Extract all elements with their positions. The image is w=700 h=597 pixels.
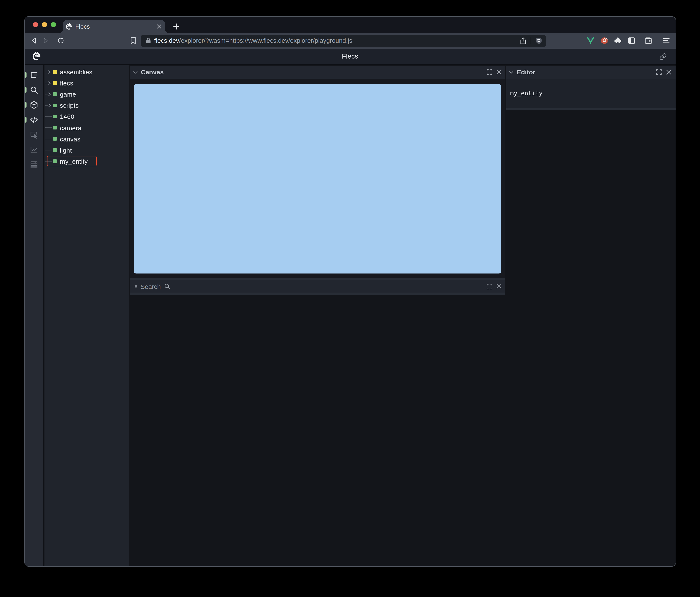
url-bar[interactable]: flecs.dev/explorer/?wasm=https://www.fle… [141, 34, 546, 47]
tree-item-my_entity[interactable]: my_entity [44, 156, 129, 167]
active-pill [25, 87, 26, 93]
expand-arrow-icon[interactable] [45, 81, 52, 85]
tree-item-label: scripts [60, 102, 79, 109]
entity-square-icon [53, 81, 57, 85]
tree-item-assemblies[interactable]: assemblies [44, 67, 129, 78]
entity-square-icon [53, 93, 57, 96]
fullscreen-icon[interactable] [486, 69, 492, 75]
browser-toolbar: flecs.dev/explorer/?wasm=https://www.fle… [25, 33, 675, 49]
tab-strip: Flecs [25, 17, 675, 33]
traffic-light-close[interactable] [33, 22, 38, 27]
canvas-panel-body [130, 78, 505, 278]
search-panel-title: Search [141, 283, 161, 290]
url-separator [530, 37, 531, 44]
url-domain: flecs.dev [154, 37, 179, 44]
browser-tab[interactable]: Flecs [63, 20, 165, 33]
bookmark-icon[interactable] [130, 37, 136, 45]
tree-item-flecs[interactable]: flecs [44, 78, 129, 89]
hexagon-extension-icon[interactable] [601, 37, 608, 45]
share-icon[interactable] [520, 37, 526, 45]
editor-panel-body[interactable]: my_entity [506, 78, 675, 108]
tree-item-label: assemblies [60, 68, 92, 76]
lock-icon [146, 38, 151, 44]
entity-square-icon [53, 104, 57, 107]
active-pill [25, 102, 26, 108]
link-icon[interactable] [659, 53, 667, 60]
panel-splitter[interactable] [506, 108, 675, 110]
tree-item-label: 1460 [60, 113, 74, 120]
code-icon[interactable] [29, 115, 39, 124]
traffic-light-minimize[interactable] [42, 22, 47, 27]
workspace: assembliesflecsgamescripts1460cameracanv… [25, 65, 675, 567]
chevron-down-icon[interactable] [509, 71, 514, 74]
fullscreen-icon[interactable] [486, 284, 492, 289]
new-tab-plus-icon[interactable] [172, 24, 181, 29]
cube-icon[interactable] [29, 100, 39, 109]
chart-icon[interactable] [29, 145, 39, 154]
forward-icon[interactable] [42, 37, 49, 44]
close-icon[interactable] [497, 70, 502, 75]
expand-arrow-icon[interactable] [45, 92, 52, 96]
search-icon[interactable] [29, 85, 39, 94]
tree-item-label: light [60, 147, 72, 154]
entity-tree: assembliesflecsgamescripts1460cameracanv… [44, 65, 129, 567]
editor-content[interactable]: my_entity [510, 90, 543, 96]
tree-item-label: my_entity [60, 158, 88, 165]
data-rows-icon[interactable] [29, 160, 39, 169]
leaf-line-icon [45, 161, 52, 162]
tab-title: Flecs [75, 23, 90, 30]
wallet-icon[interactable] [645, 37, 652, 44]
tab-close-icon[interactable] [157, 24, 161, 29]
leaf-line-icon [45, 150, 52, 150]
chevron-down-icon[interactable] [133, 71, 138, 74]
leaf-line-icon [45, 116, 52, 117]
sidebar-icon-strip [25, 65, 44, 567]
search-panel-header[interactable]: Search [130, 280, 505, 293]
tree-view-icon[interactable] [29, 70, 39, 79]
inspect-icon[interactable] [29, 130, 39, 139]
url-path: /explorer/?wasm=https://www.flecs.dev/ex… [179, 37, 352, 44]
expand-arrow-icon[interactable] [45, 104, 52, 107]
traffic-light-zoom[interactable] [51, 22, 56, 27]
tree-item-scripts[interactable]: scripts [44, 100, 129, 111]
vue-devtools-icon[interactable] [586, 37, 594, 44]
panel-splitter[interactable] [130, 293, 505, 295]
entity-square-icon [53, 126, 57, 130]
close-icon[interactable] [666, 70, 671, 75]
back-icon[interactable] [30, 37, 37, 44]
entity-square-icon [53, 159, 57, 163]
app-title: Flecs [25, 49, 675, 64]
canvas-panel-title: Canvas [141, 69, 164, 76]
canvas-panel-header[interactable]: Canvas [130, 66, 505, 78]
reload-icon[interactable] [57, 37, 64, 44]
tree-item-camera[interactable]: camera [44, 122, 129, 133]
tree-item-canvas[interactable]: canvas [44, 133, 129, 145]
magnifier-icon [164, 284, 170, 289]
close-icon[interactable] [497, 284, 502, 289]
tree-item-label: camera [60, 124, 81, 131]
leaf-line-icon [45, 128, 52, 128]
leaf-line-icon [45, 139, 52, 139]
menu-icon[interactable] [663, 38, 670, 44]
entity-square-icon [53, 148, 57, 152]
desktop: Flecs [0, 0, 700, 597]
puzzle-icon[interactable] [615, 37, 621, 44]
tree-item-1460[interactable]: 1460 [44, 111, 129, 122]
tree-item-game[interactable]: game [44, 89, 129, 100]
canvas-viewport[interactable] [134, 84, 501, 274]
active-pill [25, 117, 26, 123]
flecs-logo-icon [66, 23, 72, 30]
panel-splitter[interactable] [130, 278, 505, 280]
browser-window: Flecs [24, 16, 676, 567]
sidebar-icon[interactable] [628, 37, 635, 44]
entity-square-icon [53, 115, 57, 119]
editor-panel-header[interactable]: Editor [506, 66, 675, 78]
tree-item-light[interactable]: light [44, 145, 129, 156]
brave-shield-icon[interactable] [535, 37, 542, 45]
tree-item-label: game [60, 90, 76, 98]
fullscreen-icon[interactable] [656, 69, 662, 75]
expand-arrow-icon[interactable] [45, 70, 52, 74]
url-text: flecs.dev/explorer/?wasm=https://www.fle… [154, 37, 352, 44]
tree-item-label: canvas [60, 135, 80, 142]
app-header: Flecs [25, 49, 675, 64]
